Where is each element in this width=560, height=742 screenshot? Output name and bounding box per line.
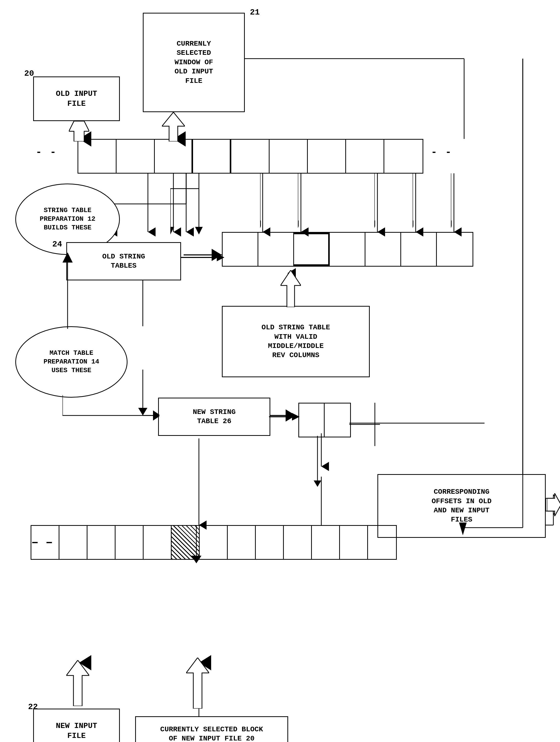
str-cell-3-bold xyxy=(294,233,330,266)
svg-marker-51 xyxy=(186,657,209,708)
up-arrow-svg xyxy=(281,270,301,307)
right-side-line-svg xyxy=(462,59,525,530)
new-str-arrow-svg xyxy=(269,410,300,423)
bot-cell-11 xyxy=(312,526,340,559)
top-cell-9 xyxy=(384,140,422,173)
vert-line-1180 xyxy=(298,173,299,234)
str-cell-4 xyxy=(330,233,365,266)
bot-cell-10 xyxy=(284,526,312,559)
svg-marker-73 xyxy=(374,220,375,228)
old-input-file-box: OLD INPUT FILE xyxy=(33,76,120,121)
label-24: 24 xyxy=(52,240,62,249)
old-string-tables-label: OLD STRING TABLES xyxy=(102,252,145,271)
new-str-down-line xyxy=(310,436,325,487)
svg-marker-83 xyxy=(314,480,321,487)
top-cell-7 xyxy=(308,140,346,173)
new-str-box-2 xyxy=(325,404,350,437)
svg-marker-53 xyxy=(69,121,89,142)
svg-marker-69 xyxy=(260,220,261,228)
new-string-table-label: NEW STRING TABLE 26 xyxy=(193,408,236,426)
dots-left-top: - - xyxy=(36,147,57,181)
bot-cell-3 xyxy=(88,526,115,559)
match-table-prep-label: MATCH TABLE PREPARATION 14 USES THESE xyxy=(44,349,99,375)
svg-marker-65 xyxy=(170,227,174,234)
old-string-table-valid-label: OLD STRING TABLE WITH VALID MIDDLE/MIDDL… xyxy=(262,323,330,360)
label-21: 21 xyxy=(250,8,260,17)
new-input-file-label: NEW INPUT FILE xyxy=(56,721,97,741)
new-input-up-arrow-svg xyxy=(66,660,89,706)
new-input-file-box: NEW INPUT FILE xyxy=(33,708,120,742)
svg-marker-61 xyxy=(153,410,159,421)
vert-line-1780 xyxy=(451,173,452,234)
new-string-table-box: NEW STRING TABLE 26 xyxy=(158,398,270,436)
svg-marker-49 xyxy=(191,556,201,563)
bottom-grid-row-container: - - - - xyxy=(31,525,397,560)
new-str-small-boxes xyxy=(298,403,351,437)
currently-selected-block-label: CURRENTLY SELECTED BLOCK OF NEW INPUT FI… xyxy=(160,725,263,742)
svg-marker-50 xyxy=(66,660,89,706)
svg-marker-71 xyxy=(298,220,299,228)
corr-offsets-right-arrow xyxy=(547,493,560,516)
currently-selected-block-box: CURRENTLY SELECTED BLOCK OF NEW INPUT FI… xyxy=(135,716,288,742)
new-str-box-1 xyxy=(299,404,325,437)
bot-cell-9 xyxy=(256,526,284,559)
old-str-tables-arrow-svg xyxy=(181,251,224,264)
match-table-prep-ellipse: MATCH TABLE PREPARATION 14 USES THESE xyxy=(15,326,128,398)
top-cell-6 xyxy=(269,140,308,173)
dots-right-top: - - xyxy=(431,147,452,181)
currently-selected-window-box: CURRENLY SELECTED WINDOW OF OLD INPUT FI… xyxy=(143,13,245,112)
match-to-new-str-svg xyxy=(62,395,159,421)
old-input-file-label: OLD INPUT FILE xyxy=(56,89,97,109)
to-corr-offsets-line xyxy=(349,417,380,437)
bot-cell-8 xyxy=(228,526,256,559)
bot-cell-2 xyxy=(59,526,88,559)
old-string-tables-box: OLD STRING TABLES xyxy=(66,242,181,280)
svg-marker-77 xyxy=(451,220,452,228)
label-20: 20 xyxy=(24,69,34,78)
bot-cell-5 xyxy=(144,526,171,559)
bot-cell-13 xyxy=(368,526,396,559)
curr-sel-down-arrow-svg xyxy=(162,112,185,142)
old-string-table-valid-box: OLD STRING TABLE WITH VALID MIDDLE/MIDDL… xyxy=(222,306,370,377)
svg-marker-44 xyxy=(281,270,301,307)
top-cell-5 xyxy=(231,140,269,173)
svg-marker-80 xyxy=(459,523,467,535)
str-cell-2 xyxy=(258,233,294,266)
svg-marker-58 xyxy=(62,252,73,263)
top-grid-row: - - - - xyxy=(51,139,445,173)
down-arrow-to-hatched-svg xyxy=(186,525,207,571)
vert-line-1630 xyxy=(413,173,413,234)
top-cell-2 xyxy=(116,140,155,173)
vert-line-1080 xyxy=(260,173,261,234)
str-cell-5 xyxy=(365,233,401,266)
svg-marker-75 xyxy=(413,220,413,228)
svg-marker-56 xyxy=(217,254,224,261)
bot-cell-4 xyxy=(115,526,144,559)
top-cell-4-bold xyxy=(193,140,231,173)
top-cell-1 xyxy=(78,140,116,173)
top-cell-3-bold xyxy=(155,140,193,173)
string-table-prep-label: STRING TABLE PREPARATION 12 BUILDS THESE xyxy=(40,206,95,232)
svg-marker-81 xyxy=(547,493,560,516)
str-cell-6 xyxy=(401,233,437,266)
down-to-bot-row-svg xyxy=(459,523,467,535)
svg-marker-67 xyxy=(195,227,203,234)
match-up-arrow-svg xyxy=(62,252,73,329)
selected-block-up-arrow-svg xyxy=(186,657,209,708)
vert-line-1480 xyxy=(374,173,375,234)
t-shape-svg xyxy=(170,173,229,234)
bot-cell-12 xyxy=(340,526,368,559)
svg-marker-54 xyxy=(162,112,185,142)
diagram: 20 OLD INPUT FILE 21 CURRENLY SELECTED W… xyxy=(0,0,560,742)
str-cell-1 xyxy=(222,233,258,266)
currently-selected-window-label: CURRENLY SELECTED WINDOW OF OLD INPUT FI… xyxy=(174,39,213,86)
dots-right-bottom: - - xyxy=(33,537,55,548)
old-input-down-arrow-svg xyxy=(69,121,89,142)
top-cell-8 xyxy=(346,140,384,173)
string-table-grid-row xyxy=(222,232,473,267)
